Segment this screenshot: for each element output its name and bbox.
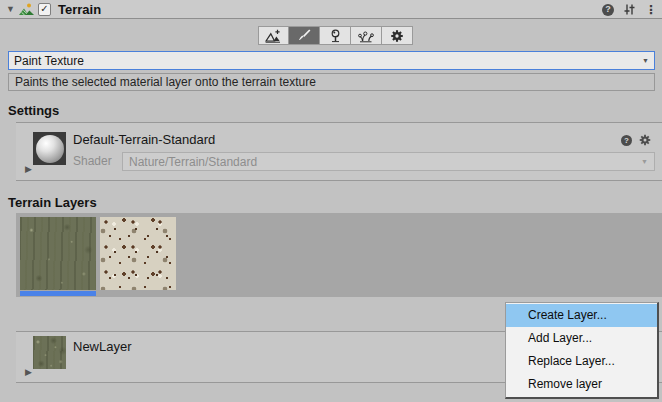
chevron-down-icon: ▼ bbox=[641, 158, 648, 165]
more-menu-icon[interactable]: ⋮ bbox=[645, 3, 657, 17]
terrain-layers-section-label: Terrain Layers bbox=[8, 195, 97, 210]
stone-texture-thumbnail bbox=[100, 217, 176, 290]
paint-tool-dropdown[interactable]: Paint Texture ▼ bbox=[8, 51, 655, 70]
terrain-settings-button[interactable] bbox=[382, 26, 413, 45]
component-title: Terrain bbox=[58, 2, 101, 17]
help-glyph: ? bbox=[605, 5, 611, 14]
shader-label: Shader bbox=[73, 154, 112, 168]
material-gear-icon[interactable] bbox=[639, 134, 651, 146]
terrain-tool-toolbar bbox=[258, 26, 413, 45]
gear-icon bbox=[390, 29, 404, 43]
new-layer-foldout-arrow[interactable]: ▶ bbox=[25, 368, 32, 377]
terrain-layer-tile-stone[interactable] bbox=[100, 217, 176, 290]
flowers-icon bbox=[358, 29, 374, 43]
create-neighbor-terrains-button[interactable] bbox=[258, 26, 289, 45]
new-layer-thumbnail[interactable] bbox=[33, 336, 66, 369]
material-name: Default-Terrain-Standard bbox=[73, 132, 215, 147]
settings-section-label: Settings bbox=[8, 103, 59, 118]
help-icon[interactable]: ? bbox=[602, 4, 614, 16]
material-preview bbox=[33, 132, 66, 165]
terrain-component-icon bbox=[19, 3, 34, 16]
mountain-plus-icon bbox=[265, 29, 282, 43]
material-sphere-icon bbox=[36, 135, 64, 163]
grass-texture-thumbnail bbox=[20, 217, 96, 290]
paint-trees-button[interactable] bbox=[320, 26, 351, 45]
terrain-layers-grid bbox=[16, 213, 662, 297]
tool-description-box: Paints the selected material layer onto … bbox=[8, 73, 655, 91]
menu-item-add-layer[interactable]: Add Layer... bbox=[506, 327, 657, 350]
terrain-inspector-panel: ▼ ✓ Terrain ? ⋮ bbox=[0, 0, 662, 402]
menu-item-remove-layer[interactable]: Remove layer bbox=[506, 373, 657, 396]
paint-tool-dropdown-value: Paint Texture bbox=[14, 54, 642, 68]
material-help-icon[interactable]: ? bbox=[621, 135, 632, 146]
layer-context-menu: Create Layer... Add Layer... Replace Lay… bbox=[505, 302, 659, 399]
paintbrush-icon bbox=[297, 28, 312, 43]
terrain-material-row: Default-Terrain-Standard ? Shader Nature… bbox=[16, 122, 662, 181]
menu-item-replace-layer[interactable]: Replace Layer... bbox=[506, 350, 657, 373]
component-foldout-arrow[interactable]: ▼ bbox=[6, 5, 18, 14]
terrain-layer-tile-grass[interactable] bbox=[20, 217, 96, 296]
help-glyph: ? bbox=[624, 136, 629, 145]
inspector-header: ▼ ✓ Terrain ? ⋮ bbox=[0, 0, 662, 19]
tree-icon bbox=[328, 29, 343, 43]
selected-layer-indicator bbox=[20, 291, 96, 296]
shader-dropdown[interactable]: Nature/Terrain/Standard ▼ bbox=[122, 152, 655, 171]
chevron-down-icon: ▼ bbox=[642, 57, 649, 64]
presets-icon[interactable] bbox=[623, 3, 636, 16]
material-foldout-arrow[interactable]: ▶ bbox=[25, 165, 32, 174]
new-layer-name: NewLayer bbox=[73, 339, 132, 354]
menu-item-create-layer[interactable]: Create Layer... bbox=[506, 304, 657, 327]
paint-details-button[interactable] bbox=[351, 26, 382, 45]
shader-dropdown-value: Nature/Terrain/Standard bbox=[129, 155, 641, 169]
checkmark-icon: ✓ bbox=[40, 4, 48, 14]
paint-terrain-button[interactable] bbox=[289, 26, 320, 45]
tool-description-text: Paints the selected material layer onto … bbox=[15, 75, 316, 89]
component-enabled-checkbox[interactable]: ✓ bbox=[38, 3, 51, 16]
